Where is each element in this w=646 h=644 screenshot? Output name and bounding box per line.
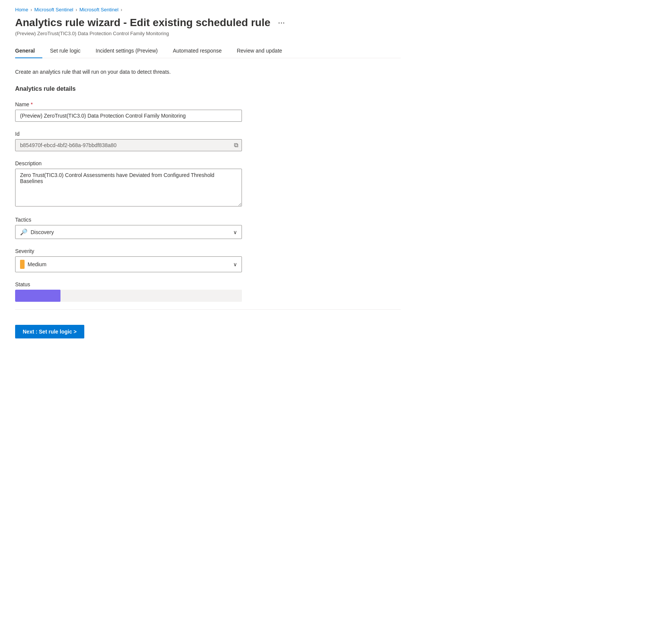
footer: Next : Set rule logic > xyxy=(15,319,401,338)
id-input-wrapper: ⧉ xyxy=(15,139,242,151)
status-toggle[interactable] xyxy=(15,290,242,302)
breadcrumb-sep-2: › xyxy=(76,7,77,12)
form-group-id: Id ⧉ xyxy=(15,131,401,151)
footer-divider xyxy=(15,309,401,310)
description-label: Description xyxy=(15,160,401,166)
breadcrumb-sep-3: › xyxy=(121,7,122,12)
breadcrumb-sentinel-1[interactable]: Microsoft Sentinel xyxy=(34,7,73,12)
page-title: Analytics rule wizard - Edit existing sc… xyxy=(15,16,270,29)
breadcrumb: Home › Microsoft Sentinel › Microsoft Se… xyxy=(15,0,401,16)
tactics-value: Discovery xyxy=(31,229,54,235)
copy-icon[interactable]: ⧉ xyxy=(234,142,238,149)
breadcrumb-sep-1: › xyxy=(31,7,32,12)
severity-dot xyxy=(20,260,25,269)
tactics-icon: 🔎 xyxy=(20,228,28,236)
tab-automated-response[interactable]: Automated response xyxy=(165,44,229,58)
breadcrumb-sentinel-2[interactable]: Microsoft Sentinel xyxy=(79,7,118,12)
severity-label: Severity xyxy=(15,248,401,254)
tab-bar: General Set rule logic Incident settings… xyxy=(15,44,401,58)
tab-review-update[interactable]: Review and update xyxy=(229,44,290,58)
form-group-name: Name * xyxy=(15,101,401,122)
tactics-label: Tactics xyxy=(15,217,401,223)
name-label: Name * xyxy=(15,101,401,107)
status-label: Status xyxy=(15,281,401,287)
id-input xyxy=(15,139,242,151)
tab-incident-settings[interactable]: Incident settings (Preview) xyxy=(88,44,165,58)
form-group-tactics: Tactics 🔎 Discovery ∨ xyxy=(15,217,401,239)
breadcrumb-home[interactable]: Home xyxy=(15,7,28,12)
page-menu-button[interactable]: ··· xyxy=(275,16,288,29)
status-toggle-bar xyxy=(15,290,60,302)
severity-value: Medium xyxy=(28,261,46,267)
tactics-chevron-icon: ∨ xyxy=(233,229,237,235)
form-group-description: Description Zero Trust(TIC3.0) Control A… xyxy=(15,160,401,208)
severity-dropdown[interactable]: Medium ∨ xyxy=(15,256,242,272)
intro-text: Create an analytics rule that will run o… xyxy=(15,69,401,75)
tab-set-rule-logic[interactable]: Set rule logic xyxy=(42,44,88,58)
severity-chevron-icon: ∨ xyxy=(233,261,237,267)
next-button[interactable]: Next : Set rule logic > xyxy=(15,325,84,338)
required-star: * xyxy=(31,101,33,107)
form-group-status: Status xyxy=(15,281,401,302)
tactics-dropdown[interactable]: 🔎 Discovery ∨ xyxy=(15,225,242,239)
tab-general[interactable]: General xyxy=(15,44,42,58)
page-subtitle: (Preview) ZeroTrust(TIC3.0) Data Protect… xyxy=(15,31,401,36)
id-label: Id xyxy=(15,131,401,137)
main-content: Create an analytics rule that will run o… xyxy=(15,69,401,302)
form-group-severity: Severity Medium ∨ xyxy=(15,248,401,272)
description-textarea[interactable]: Zero Trust(TIC3.0) Control Assessments h… xyxy=(15,169,242,206)
section-title: Analytics rule details xyxy=(15,85,401,92)
name-input[interactable] xyxy=(15,110,242,122)
